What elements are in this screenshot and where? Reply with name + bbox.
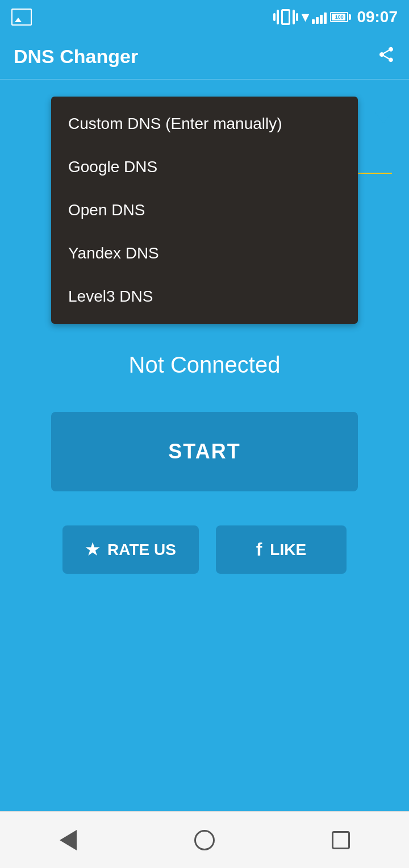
home-icon <box>194 830 215 850</box>
svg-marker-0 <box>375 112 392 123</box>
status-time: 09:07 <box>357 8 398 26</box>
dropdown-item-google[interactable]: Google DNS <box>51 145 358 189</box>
dropdown-item-yandex[interactable]: Yandex DNS <box>51 232 358 275</box>
share-button[interactable] <box>377 45 395 68</box>
dropdown-item-open[interactable]: Open DNS <box>51 189 358 232</box>
start-button[interactable]: START <box>51 412 358 491</box>
nav-recents-button[interactable] <box>324 823 358 857</box>
app-title: DNS Changer <box>14 45 138 68</box>
status-bar: ▾ 100 09:07 <box>0 0 409 34</box>
dropdown-item-custom[interactable]: Custom DNS (Enter manually) <box>51 102 358 145</box>
like-button[interactable]: f LIKE <box>216 525 347 574</box>
nav-home-button[interactable] <box>187 823 222 857</box>
rate-us-button[interactable]: ★ RATE US <box>62 525 199 574</box>
dropdown-area: Custom DNS (Enter manually) Google DNS O… <box>11 97 398 324</box>
battery-icon: 100 <box>330 12 351 22</box>
app-bar: DNS Changer <box>0 34 409 80</box>
dropdown-chevron[interactable] <box>375 108 392 127</box>
recents-icon <box>332 831 350 849</box>
back-icon <box>60 830 77 850</box>
status-bar-left <box>11 9 32 26</box>
dns-line-1 <box>358 142 392 143</box>
dns-lines <box>358 142 392 205</box>
like-label: LIKE <box>270 541 306 559</box>
dns-line-3 <box>358 203 392 205</box>
dropdown-item-level3[interactable]: Level3 DNS <box>51 275 358 318</box>
nav-back-button[interactable] <box>51 823 85 857</box>
action-buttons: ★ RATE US f LIKE <box>62 525 347 574</box>
status-bar-right: ▾ 100 09:07 <box>273 8 398 26</box>
main-content: Custom DNS (Enter manually) Google DNS O… <box>0 80 409 811</box>
dropdown-menu: Custom DNS (Enter manually) Google DNS O… <box>51 97 358 324</box>
rate-us-label: RATE US <box>107 541 176 559</box>
wifi-icon: ▾ <box>302 9 308 25</box>
notification-icon <box>11 9 32 26</box>
signal-icon <box>312 10 327 24</box>
facebook-icon: f <box>256 539 262 560</box>
connection-status: Not Connected <box>129 352 281 378</box>
vibrate-icon <box>273 9 298 25</box>
star-icon: ★ <box>85 540 99 559</box>
dns-line-2 <box>358 173 392 174</box>
nav-bar <box>0 811 409 868</box>
